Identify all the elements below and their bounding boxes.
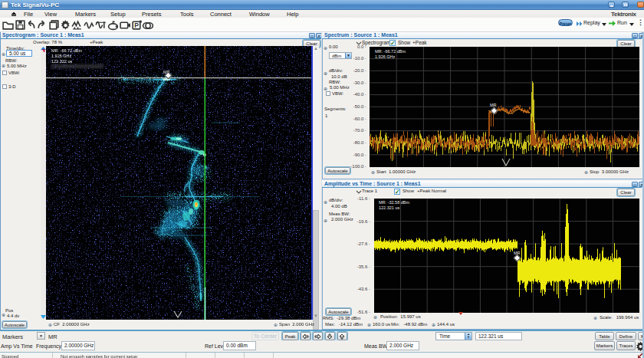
svg-text:P: P xyxy=(134,21,139,29)
